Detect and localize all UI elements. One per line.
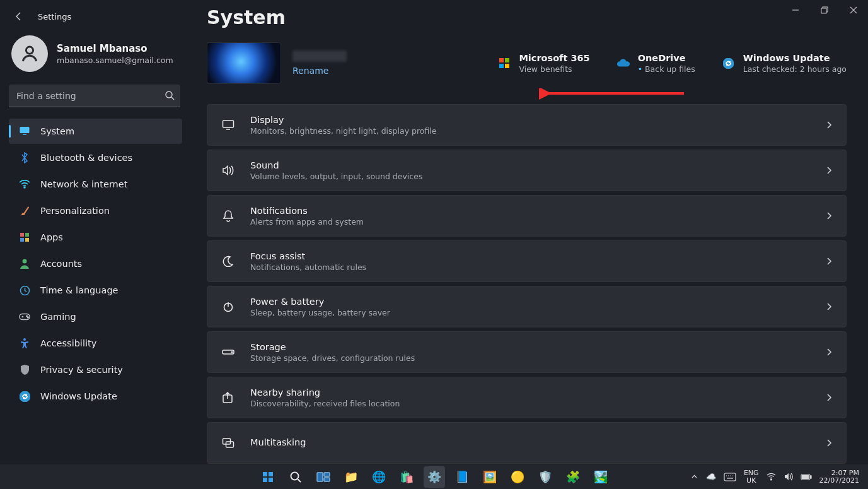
svg-rect-28 <box>223 121 234 127</box>
sidebar-item-privacy-security[interactable]: Privacy & security <box>9 357 182 382</box>
rename-link[interactable]: Rename <box>292 66 328 76</box>
svg-rect-40 <box>269 478 273 482</box>
update-icon <box>722 56 736 70</box>
user-name: Samuel Mbanaso <box>57 43 173 54</box>
search-input[interactable] <box>9 85 180 107</box>
sidebar-item-bluetooth-devices[interactable]: Bluetooth & devices <box>9 145 182 170</box>
svg-rect-24 <box>499 64 504 68</box>
brush-icon <box>19 205 30 216</box>
taskbar-explorer-button[interactable]: 📁 <box>340 466 362 488</box>
card-subtitle: Alerts from apps and system <box>250 217 364 227</box>
taskbar-word-button[interactable]: 📘 <box>451 466 473 488</box>
taskbar-photoview-button[interactable]: 🖼️ <box>479 466 501 488</box>
card-subtitle: Volume levels, output, input, sound devi… <box>250 172 422 181</box>
onedrive-icon <box>616 56 630 70</box>
taskbar-settings-button[interactable]: ⚙️ <box>424 466 445 488</box>
card-sound[interactable]: Sound Volume levels, output, input, soun… <box>207 150 847 191</box>
clock-icon <box>19 285 30 296</box>
svg-rect-23 <box>505 58 509 62</box>
chevron-right-icon <box>826 257 832 266</box>
language-indicator[interactable]: ENGUK <box>744 469 759 485</box>
svg-rect-38 <box>269 472 273 476</box>
card-display[interactable]: Display Monitors, brightness, night ligh… <box>207 104 847 146</box>
sidebar-item-windows-update[interactable]: Windows Update <box>9 384 182 409</box>
card-title: Display <box>250 115 436 125</box>
taskbar-edge-button[interactable]: 🌐 <box>368 466 390 488</box>
sidebar-item-network-internet[interactable]: Network & internet <box>9 172 182 197</box>
sidebar-item-accounts[interactable]: Accounts <box>9 251 182 276</box>
svg-point-5 <box>26 47 33 54</box>
chevron-right-icon <box>826 121 832 129</box>
chevron-right-icon <box>826 166 832 175</box>
taskbar-chrome-button[interactable]: 🟡 <box>507 466 528 488</box>
search-box[interactable] <box>9 85 182 107</box>
sidebar-item-accessibility[interactable]: Accessibility <box>9 331 182 356</box>
card-title: Nearby sharing <box>250 387 400 398</box>
user-tile[interactable]: Samuel Mbanaso mbanaso.samuel@gmail.com <box>9 32 182 81</box>
card-title: Multitasking <box>250 437 306 447</box>
tray-battery-icon[interactable] <box>801 473 812 481</box>
svg-rect-11 <box>20 233 24 237</box>
access-icon <box>19 338 30 349</box>
moon-icon <box>221 254 235 268</box>
sidebar-item-label: Apps <box>40 232 63 242</box>
sidebar-item-label: Privacy & security <box>40 365 123 375</box>
user-email: mbanaso.samuel@gmail.com <box>57 56 173 65</box>
taskbar-photos-button[interactable]: 🏞️ <box>590 466 611 488</box>
gamepad-icon <box>19 311 30 322</box>
sidebar-item-personalization[interactable]: Personalization <box>9 198 182 223</box>
svg-point-19 <box>28 317 29 318</box>
status-update[interactable]: Windows Update Last checked: 2 hours ago <box>722 53 847 74</box>
svg-point-6 <box>166 91 172 98</box>
card-nearby-sharing[interactable]: Nearby sharing Discoverability, received… <box>207 377 847 418</box>
sidebar-item-label: Gaming <box>40 312 76 322</box>
clock[interactable]: 2:07 PM22/07/2021 <box>819 469 859 485</box>
back-button[interactable] <box>11 9 26 24</box>
chevron-right-icon <box>826 348 832 356</box>
sidebar-item-apps[interactable]: Apps <box>9 225 182 250</box>
taskbar-start-button[interactable] <box>257 466 279 488</box>
card-subtitle: Storage space, drives, configuration rul… <box>250 353 415 363</box>
taskbar-store-button[interactable]: 🛍️ <box>396 466 417 488</box>
word-icon: 📘 <box>455 470 469 483</box>
storage-icon <box>221 345 235 359</box>
card-multitasking[interactable]: Multitasking <box>207 422 847 464</box>
tray-overflow-icon[interactable] <box>690 473 698 481</box>
svg-rect-54 <box>810 476 811 478</box>
status-onedrive[interactable]: OneDrive Back up files <box>616 53 695 74</box>
tray-onedrive-icon[interactable]: ☁️ <box>706 472 716 481</box>
svg-rect-37 <box>263 472 267 476</box>
taskbar-help-button[interactable]: 🧩 <box>562 466 584 488</box>
svg-point-15 <box>23 259 27 264</box>
card-storage[interactable]: Storage Storage space, drives, configura… <box>207 331 847 373</box>
taskbar-taskview-button[interactable] <box>313 466 334 488</box>
sidebar-item-system[interactable]: System <box>9 119 182 144</box>
svg-point-18 <box>26 315 28 317</box>
status-subtitle: View benefits <box>519 64 589 74</box>
sidebar-item-label: Windows Update <box>40 391 117 401</box>
svg-rect-8 <box>20 127 30 133</box>
card-focus-assist[interactable]: Focus assist Notifications, automatic ru… <box>207 240 847 282</box>
sidebar-item-label: Bluetooth & devices <box>40 153 132 163</box>
sidebar-item-gaming[interactable]: Gaming <box>9 304 182 329</box>
status-m365[interactable]: Microsoft 365 View benefits <box>497 53 589 74</box>
svg-rect-55 <box>802 475 808 478</box>
svg-point-20 <box>23 338 26 341</box>
svg-point-26 <box>724 58 734 68</box>
taskbar-search-button[interactable] <box>285 466 306 488</box>
card-title: Storage <box>250 342 415 352</box>
sidebar-item-label: Time & language <box>40 285 119 295</box>
power-icon <box>221 300 235 314</box>
card-notifications[interactable]: Notifications Alerts from apps and syste… <box>207 195 847 237</box>
taskbar-security-button[interactable]: 🛡️ <box>535 466 556 488</box>
card-power-battery[interactable]: Power & battery Sleep, battery usage, ba… <box>207 286 847 327</box>
chrome-icon: 🟡 <box>511 470 524 483</box>
tray-keyboard-icon[interactable] <box>724 473 736 481</box>
sidebar-item-time-language[interactable]: Time & language <box>9 278 182 303</box>
explorer-icon: 📁 <box>344 470 358 483</box>
tray-volume-icon[interactable] <box>784 472 793 481</box>
photoview-icon: 🖼️ <box>483 470 497 483</box>
photos-icon: 🏞️ <box>594 470 608 483</box>
wallpaper-thumb[interactable] <box>207 42 281 84</box>
tray-wifi-icon[interactable] <box>767 472 776 481</box>
